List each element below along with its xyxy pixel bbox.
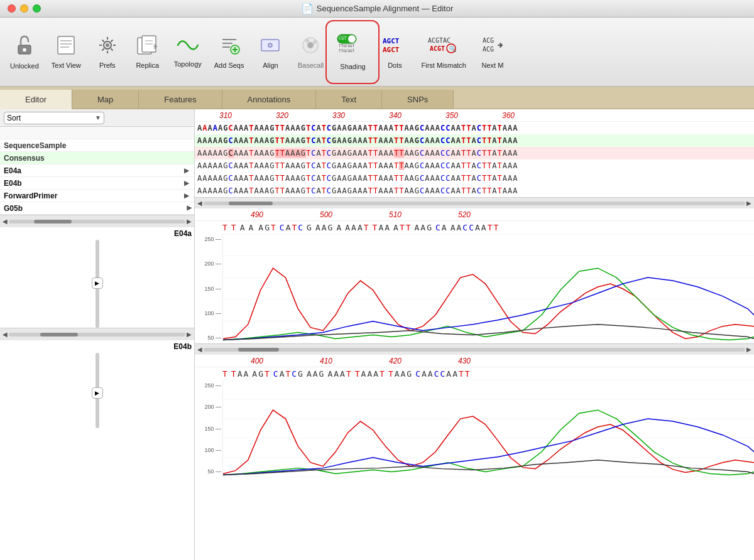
- main-hscroll-right[interactable]: ▶: [745, 200, 753, 207]
- close-button[interactable]: [8, 4, 16, 13]
- hscroll-thumb[interactable]: [34, 220, 72, 223]
- hscroll-right-arrow[interactable]: ▶: [185, 218, 193, 225]
- main-hscroll[interactable]: ◀ ▶: [195, 197, 754, 208]
- e04a-ruler-520: 520: [430, 210, 499, 219]
- prefs-label: Prefs: [99, 62, 116, 69]
- ruler-numbers: 310 320 330 340 350 360: [197, 111, 537, 120]
- e04a-vslider-track[interactable]: ▶: [96, 240, 99, 328]
- e04b-scale-150: 150 —: [195, 426, 221, 432]
- top-hscroll[interactable]: ◀ ▶: [0, 215, 194, 227]
- sort-label: Sort: [7, 114, 21, 122]
- e04a-arrow[interactable]: ▶: [184, 167, 192, 175]
- sample-name-forwardprimer: ForwardPrimer: [4, 191, 57, 200]
- e04a-ruler-510: 510: [361, 210, 430, 219]
- svg-text:CGT: CGT: [339, 36, 347, 41]
- forwardprimer-arrow[interactable]: ▶: [184, 192, 192, 200]
- svg-point-7: [106, 43, 109, 47]
- tab-text[interactable]: Text: [316, 90, 382, 109]
- svg-text:🔍: 🔍: [449, 45, 457, 53]
- sequence-name-forwardprimer: ForwardPrimer ▶: [0, 190, 194, 202]
- sequence-names-panel: SequenceSample Consensus E04a ▶ E04b ▶ F…: [0, 127, 194, 560]
- svg-point-31: [313, 40, 317, 44]
- window-title: SequenceSample Alignment — Editor: [317, 4, 454, 13]
- e04a-hscroll[interactable]: ◀ ▶: [0, 328, 194, 340]
- reference-name: SequenceSample: [4, 141, 66, 150]
- e04a-hscroll-right[interactable]: ▶: [185, 331, 193, 338]
- e04a-chroma-container: 250 — 200 — 150 — 100 — 50 —: [195, 234, 754, 343]
- topology-button[interactable]: Topology: [169, 24, 207, 80]
- next-button[interactable]: ACG ACG Next M: [474, 24, 511, 80]
- dots-button[interactable]: AGCT AGCT Dots: [376, 24, 413, 80]
- add-seqs-button[interactable]: Add Seqs: [209, 24, 249, 80]
- window-controls[interactable]: [8, 4, 41, 13]
- minimize-button[interactable]: [20, 4, 28, 13]
- e04a-chroma-section: 490 500 510 520 T T A A A G T: [195, 208, 754, 343]
- text-view-button[interactable]: Text View: [46, 24, 86, 80]
- dots-label: Dots: [388, 62, 402, 69]
- forwardprimer-seq-row: AAAAAGCAAATAAAGTTAAAGTCATCGAAGAAATTAAATT…: [195, 172, 754, 185]
- position-ruler: 310 320 330 340 350 360: [195, 109, 754, 122]
- e04b-seq-row: AAAAAGCAAATAAAGTTAAAGTCATCGAAGAAATTAAATT…: [195, 159, 754, 172]
- e04a-bottom-hscroll-right[interactable]: ▶: [745, 346, 753, 353]
- text-view-label: Text View: [52, 62, 81, 69]
- maximize-button[interactable]: [33, 4, 41, 13]
- svg-line-15: [102, 49, 104, 51]
- main-hscroll-track[interactable]: [204, 202, 745, 205]
- unlocked-icon: [13, 34, 36, 60]
- e04a-bottom-hscroll-track[interactable]: [204, 348, 745, 352]
- e04b-scale-200: 200 —: [195, 404, 221, 410]
- tab-annotations[interactable]: Annotations: [222, 90, 317, 109]
- tab-snps[interactable]: SNPs: [382, 90, 454, 109]
- shading-button[interactable]: CGT TTGCGGT TTGCGGT Shading: [332, 24, 373, 80]
- scale-250: 250 —: [195, 236, 221, 242]
- hscroll-left-arrow[interactable]: ◀: [1, 218, 9, 225]
- tab-editor[interactable]: Editor: [0, 90, 72, 109]
- tab-features[interactable]: Features: [139, 90, 222, 109]
- svg-point-29: [307, 42, 314, 48]
- e04a-hscroll-left[interactable]: ◀: [1, 331, 9, 338]
- text-view-icon: [55, 35, 77, 59]
- consensus-seq-row: AAAAAGCAAATAAAGTTAAAGTCATCGAAGAAATTAAATT…: [195, 134, 754, 147]
- reference-seq-row: AAAAAGCAAATAAAGTTAAAGTCATCGAAGAAATTAAATT…: [195, 122, 754, 134]
- svg-text:TTGCGGT: TTGCGGT: [339, 43, 355, 48]
- e04b-bases-row: T T A A A G T C A T C G A A G A: [195, 367, 754, 380]
- sidebar: Sort ▼ SequenceSample Consensus E04a ▶: [0, 109, 195, 560]
- scale-100: 100 —: [195, 310, 221, 316]
- replica-button[interactable]: Replica: [129, 24, 167, 80]
- e04a-bottom-hscroll-thumb[interactable]: [238, 348, 279, 352]
- main-hscroll-left[interactable]: ◀: [196, 200, 204, 207]
- toolbar: Unlocked Text View: [0, 18, 754, 87]
- e04b-scale-50: 50 —: [195, 468, 221, 475]
- e04a-bottom-hscroll-left[interactable]: ◀: [196, 346, 204, 353]
- main-hscroll-thumb[interactable]: [229, 202, 273, 205]
- tabs-bar: Editor Map Features Annotations Text SNP…: [0, 87, 754, 109]
- e04a-hscroll-track[interactable]: [9, 333, 185, 337]
- svg-text:AGCT: AGCT: [383, 37, 400, 45]
- svg-text:ACG: ACG: [483, 46, 494, 53]
- content-panel: 310 320 330 340 350 360 AAAAAGCAAATAAAGT…: [195, 109, 754, 560]
- prefs-button[interactable]: Prefs: [89, 24, 126, 80]
- svg-rect-1: [23, 48, 26, 51]
- scale-150: 150 —: [195, 286, 221, 292]
- e04b-vslider-track[interactable]: ▶: [96, 353, 99, 428]
- g05b-arrow[interactable]: ◀: [184, 205, 192, 212]
- forwardprimer-seq-text: AAAAAGCAAATAAAGTTAAAGTCATCGAAGAAATTAAATT…: [195, 174, 518, 183]
- e04a-vslider-thumb[interactable]: ▶: [92, 277, 103, 289]
- e04b-vslider-thumb[interactable]: ▶: [92, 387, 103, 399]
- sort-select[interactable]: Sort ▼: [4, 112, 104, 124]
- e04a-hscroll-thumb[interactable]: [40, 333, 78, 337]
- hscroll-track[interactable]: [9, 220, 185, 223]
- dots-icon: AGCT AGCT: [382, 35, 407, 59]
- first-mismatch-button[interactable]: ACGTAC ACGT 🔍 First Mismatch: [416, 24, 471, 80]
- sample-name-e04b: E04b: [4, 179, 22, 188]
- unlocked-button[interactable]: Unlocked: [5, 24, 44, 80]
- scale-50: 50 —: [195, 335, 221, 341]
- align-icon: ⚙: [260, 35, 281, 59]
- e04a-bottom-hscroll[interactable]: ◀ ▶: [195, 343, 754, 355]
- tab-map[interactable]: Map: [72, 90, 139, 109]
- e04b-arrow[interactable]: ▶: [184, 180, 192, 187]
- ruler-360: 360: [480, 111, 537, 120]
- sequence-name-e04a: E04a ▶: [0, 164, 194, 177]
- basecall-button[interactable]: Basecall: [292, 24, 329, 80]
- align-button[interactable]: ⚙ Align: [251, 24, 289, 80]
